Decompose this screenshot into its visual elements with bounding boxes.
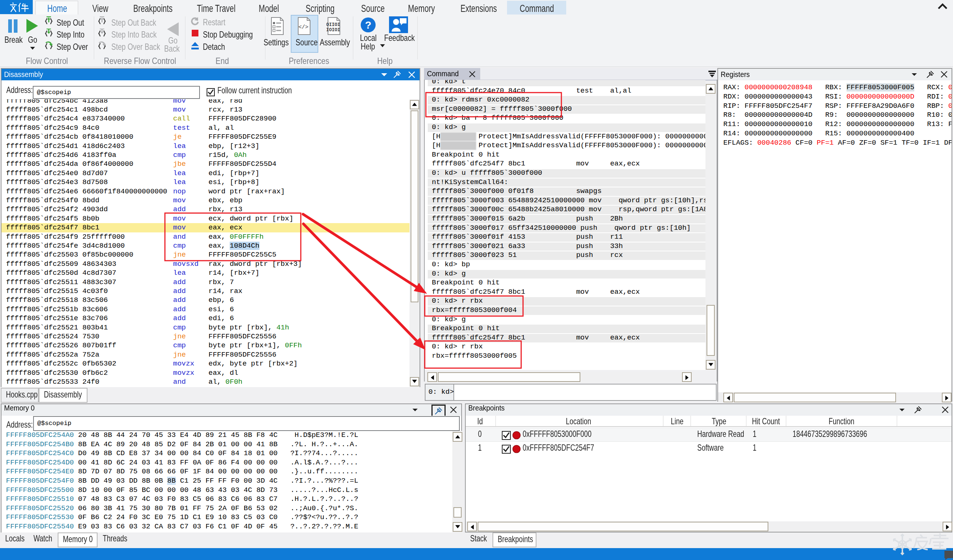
svg-text:IOIOI: IOIOI — [326, 28, 340, 33]
svg-text:?: ? — [365, 19, 371, 31]
svg-text:</>: </> — [298, 24, 308, 31]
svg-text:OIIOI: OIIOI — [326, 22, 340, 28]
